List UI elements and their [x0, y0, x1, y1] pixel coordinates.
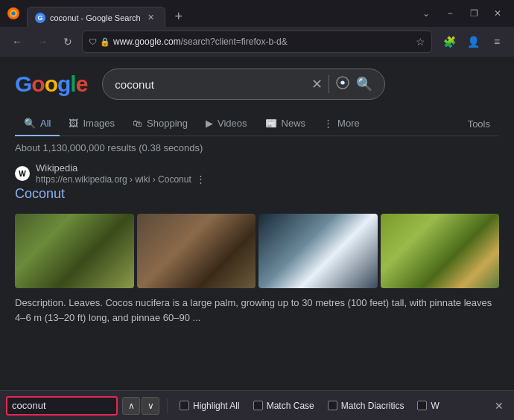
tools-button[interactable]: Tools	[459, 112, 499, 136]
shield-icon: 🛡	[89, 37, 97, 46]
search-input-text: coconut	[115, 78, 305, 91]
new-tab-button[interactable]: +	[168, 6, 189, 27]
news-icon: 📰	[265, 118, 277, 129]
google-logo: Google	[15, 71, 87, 97]
match-diacritics-checkbox[interactable]	[328, 401, 337, 410]
logo-o1: o	[31, 71, 44, 96]
search-button[interactable]: 🔍	[356, 76, 372, 92]
profile-button[interactable]: 👤	[462, 31, 484, 53]
google-lens-button[interactable]	[335, 75, 350, 94]
tab-news-label: News	[282, 118, 306, 129]
find-input[interactable]	[6, 396, 118, 416]
find-close-button[interactable]: ✕	[490, 397, 508, 415]
logo-o2: o	[45, 71, 57, 96]
search-divider	[329, 75, 329, 93]
wikipedia-result: W Wikipedia https://en.wikipedia.org › w…	[15, 162, 499, 208]
reload-button[interactable]: ↻	[57, 31, 79, 53]
overflow-button[interactable]: ⌄	[416, 3, 437, 24]
results-count: About 1,130,000,000 results (0.38 second…	[15, 142, 499, 153]
wiki-info: Wikipedia https://en.wikipedia.org › wik…	[36, 162, 206, 185]
wiki-url: https://en.wikipedia.org › wiki › Coconu…	[36, 174, 191, 185]
tab-videos-label: Videos	[218, 118, 247, 129]
svg-point-4	[341, 80, 345, 84]
search-clear-button[interactable]: ✕	[311, 76, 323, 92]
tab-title: coconut - Google Search	[50, 13, 141, 22]
logo-g: G	[15, 71, 31, 96]
match-case-label: Match Case	[267, 401, 314, 411]
window-controls: ⌄ − ❐ ✕	[416, 3, 508, 24]
image-strip	[15, 214, 499, 288]
whole-word-option[interactable]: W	[413, 398, 443, 414]
menu-button[interactable]: ≡	[486, 31, 508, 53]
navigation-bar: ← → ↻ 🛡 🔒 www.google.com/search?client=f…	[0, 27, 514, 57]
highlight-all-checkbox[interactable]	[180, 401, 189, 410]
url-display[interactable]: www.google.com/search?client=firefox-b-d…	[113, 36, 413, 47]
address-bar[interactable]: 🛡 🔒 www.google.com/search?client=firefox…	[82, 31, 432, 53]
bookmark-button[interactable]: ☆	[416, 36, 425, 48]
thumb-2[interactable]	[137, 214, 256, 288]
maximize-button[interactable]: ❐	[463, 3, 484, 24]
toolbar-icons: 🧩 👤 ≡	[438, 31, 508, 53]
tab-images[interactable]: 🖼 Images	[60, 112, 124, 136]
tab-videos[interactable]: ▶ Videos	[197, 112, 256, 136]
page-content: Google coconut ✕ 🔍 🔍 All 🖼 Images	[0, 57, 514, 390]
wiki-name: Wikipedia	[36, 162, 206, 174]
logo-e: e	[76, 71, 88, 96]
url-path: /search?client=firefox-b-d&	[181, 36, 288, 47]
find-next-button[interactable]: ∨	[142, 397, 159, 415]
wiki-source: W Wikipedia https://en.wikipedia.org › w…	[15, 162, 499, 185]
close-button[interactable]: ✕	[487, 3, 508, 24]
match-diacritics-option[interactable]: Match Diacritics	[323, 398, 409, 414]
match-diacritics-label: Match Diacritics	[341, 401, 404, 411]
extensions-button[interactable]: 🧩	[438, 31, 460, 53]
tab-favicon: G	[35, 13, 45, 23]
match-case-option[interactable]: Match Case	[249, 398, 319, 414]
thumb-3[interactable]	[258, 214, 378, 288]
tab-shopping[interactable]: 🛍 Shopping	[124, 112, 197, 136]
thumb-4[interactable]	[381, 214, 500, 288]
lock-icon: 🔒	[100, 37, 110, 47]
thumb-1[interactable]	[15, 214, 134, 288]
tab-all[interactable]: 🔍 All	[15, 112, 60, 136]
tab-news[interactable]: 📰 News	[256, 112, 315, 136]
images-icon: 🖼	[69, 118, 78, 129]
shopping-icon: 🛍	[133, 118, 142, 129]
whole-word-checkbox[interactable]	[417, 401, 427, 410]
firefox-icon	[6, 6, 21, 21]
wiki-favicon: W	[15, 166, 30, 181]
search-box[interactable]: coconut ✕ 🔍	[102, 69, 385, 100]
tab-more[interactable]: ⋮ More	[314, 112, 369, 136]
google-header: Google coconut ✕ 🔍	[15, 69, 499, 100]
url-domain: www.google.com	[113, 36, 181, 47]
find-prev-button[interactable]: ∧	[122, 397, 140, 415]
minimize-button[interactable]: −	[440, 3, 460, 24]
tabs-area: G coconut - Google Search ✕ +	[27, 0, 416, 27]
description-text: Description. Leaves. Cocos nucifera is a…	[15, 296, 499, 325]
title-bar: G coconut - Google Search ✕ + ⌄ − ❐ ✕	[0, 0, 514, 27]
whole-word-label: W	[431, 401, 439, 411]
tab-all-label: All	[40, 118, 51, 129]
find-navigation: ∧ ∨	[122, 397, 159, 415]
wiki-result-title[interactable]: Coconut	[15, 186, 65, 202]
logo-g2: g	[57, 71, 70, 96]
find-separator	[167, 398, 168, 413]
active-tab[interactable]: G coconut - Google Search ✕	[27, 7, 165, 28]
forward-button[interactable]: →	[31, 31, 54, 53]
search-tabs: 🔍 All 🖼 Images 🛍 Shopping ▶ Videos 📰 New…	[15, 112, 499, 136]
tab-images-label: Images	[83, 118, 115, 129]
highlight-all-option[interactable]: Highlight All	[175, 398, 244, 414]
all-icon: 🔍	[24, 118, 36, 129]
videos-icon: ▶	[206, 118, 213, 129]
highlight-all-label: Highlight All	[193, 401, 240, 411]
svg-point-2	[12, 12, 16, 16]
match-case-checkbox[interactable]	[253, 401, 263, 410]
wiki-menu-icon[interactable]: ⋮	[196, 174, 206, 185]
tab-shopping-label: Shopping	[147, 118, 188, 129]
tab-close-button[interactable]: ✕	[145, 12, 157, 24]
find-bar: ∧ ∨ Highlight All Match Case Match Diacr…	[0, 390, 514, 420]
back-button[interactable]: ←	[6, 31, 28, 53]
logo-l: l	[70, 71, 75, 96]
more-icon: ⋮	[323, 118, 333, 129]
tab-more-label: More	[337, 118, 360, 129]
